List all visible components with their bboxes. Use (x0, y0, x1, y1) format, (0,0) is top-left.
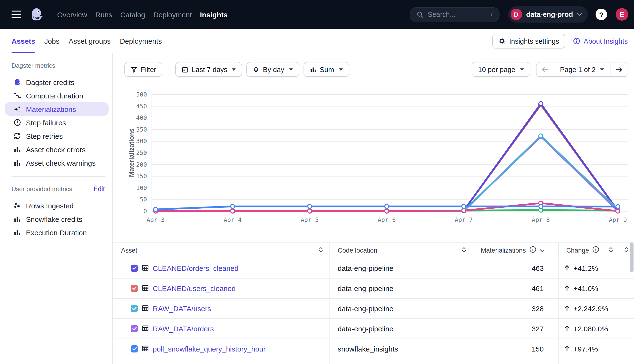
nav-item-catalog[interactable]: Catalog (120, 10, 145, 18)
change-value: +2,242.9% (574, 304, 608, 312)
change-cell (558, 359, 634, 364)
insights-settings-button[interactable]: Insights settings (492, 34, 565, 48)
change-cell: +2,242.9% (558, 299, 634, 318)
edit-metrics-link[interactable]: Edit (94, 185, 105, 192)
materializations-cell (473, 359, 558, 364)
code-location-cell: data-eng-pipeline (330, 299, 473, 318)
sidebar-item-dagster-credits[interactable]: Dagster credits (5, 76, 108, 89)
materializations-cell: 328 (473, 299, 558, 318)
series-checkbox[interactable] (131, 305, 138, 312)
column-header-materializations[interactable]: Materializations (473, 242, 558, 258)
svg-text:350: 350 (136, 126, 147, 133)
bar-chart-icon (14, 215, 21, 223)
series-checkbox[interactable] (131, 325, 138, 332)
per-page-button[interactable]: 10 per page (472, 62, 530, 77)
help-icon[interactable]: ? (596, 9, 607, 20)
nav-item-overview[interactable]: Overview (57, 10, 87, 18)
octopus-icon (14, 78, 21, 86)
up-arrow-icon (564, 304, 570, 313)
page-indicator-button[interactable]: Page 1 of 2 (554, 62, 610, 76)
chevron-down-icon (577, 13, 582, 16)
search-input[interactable]: Search... / (410, 7, 499, 22)
prev-page-button[interactable] (536, 62, 554, 76)
bar-chart-icon (14, 146, 21, 153)
tab-deployments[interactable]: Deployments (120, 29, 162, 53)
asset-link[interactable]: RAW_DATA/users (153, 304, 211, 312)
svg-text:150: 150 (136, 173, 147, 180)
svg-text:Apr 5: Apr 5 (301, 216, 319, 223)
aggregation-button[interactable]: Sum (304, 62, 349, 77)
sidebar-item-asset-check-errors[interactable]: Asset check errors (5, 142, 108, 156)
asset-link[interactable]: RAW_DATA/orders (153, 324, 214, 333)
sort-both-icon (462, 246, 466, 254)
about-insights-label: About Insights (584, 37, 628, 45)
sidebar-item-label: Execution Duration (26, 228, 87, 236)
asset-link[interactable]: CLEANED/orders_cleaned (153, 264, 238, 272)
bar-chart-icon (14, 228, 21, 236)
primary-nav: OverviewRunsCatalogDeploymentInsights (57, 0, 228, 29)
sidebar-item-rows-ingested[interactable]: Rows Ingested (5, 199, 108, 212)
next-page-button[interactable] (610, 62, 628, 76)
change-value: +41.2% (574, 264, 598, 272)
column-header-asset[interactable]: Asset (113, 242, 330, 258)
tab-asset-groups[interactable]: Asset groups (69, 29, 111, 53)
sidebar-item-label: Asset check errors (26, 145, 86, 154)
calendar-icon (182, 66, 188, 73)
deployment-badge: D (510, 9, 522, 20)
column-header-change[interactable]: Change (558, 242, 634, 258)
dagster-logo-icon[interactable] (29, 7, 44, 22)
change-cell: +2,080.0% (558, 319, 634, 338)
grid-icon (142, 344, 149, 353)
nav-item-deployment[interactable]: Deployment (154, 10, 192, 18)
materializations-cell: 150 (473, 339, 558, 359)
asset-link[interactable]: poll_snowflake_query_history_hour (153, 345, 266, 353)
metrics-sidebar: Dagster metricsDagster creditsCompute du… (0, 53, 113, 364)
series-checkbox[interactable] (131, 285, 138, 292)
code-location-cell: data-eng-pipeline (330, 258, 473, 278)
date-range-button[interactable]: Last 7 days (175, 62, 242, 77)
svg-text:0: 0 (143, 208, 147, 215)
column-header-code-location[interactable]: Code location (330, 242, 473, 258)
sidebar-item-step-failures[interactable]: Step failures (5, 116, 108, 129)
svg-text:450: 450 (136, 103, 147, 110)
chart-controls: Filter Last 7 days By day Sum 10 per pag… (124, 62, 628, 77)
divider (168, 63, 169, 76)
grouping-button[interactable]: By day (247, 62, 299, 77)
aggregation-label: Sum (320, 66, 334, 73)
check-icon (131, 345, 137, 353)
arrow-left-icon (541, 66, 549, 73)
sidebar-section-title: User provided metrics (12, 185, 72, 192)
sidebar-item-materializations[interactable]: Materializations (5, 102, 108, 116)
nav-item-insights[interactable]: Insights (200, 10, 228, 18)
code-location-cell (330, 359, 473, 364)
sidebar-item-compute-duration[interactable]: Compute duration (5, 89, 108, 102)
table-header: AssetCode locationMaterializationsChange (113, 242, 634, 258)
column-label: Asset (121, 246, 137, 254)
nav-item-runs[interactable]: Runs (95, 10, 112, 18)
tab-jobs[interactable]: Jobs (44, 29, 59, 53)
sidebar-item-snowflake-credits[interactable]: Snowflake credits (5, 212, 108, 226)
deployment-switcher[interactable]: D data-eng-prod (508, 6, 588, 22)
series-checkbox[interactable] (131, 264, 138, 272)
table-row: CLEANED/orders_cleaneddata-eng-pipeline4… (113, 258, 634, 278)
materializations-chart: 050100150200250300350400450500Apr 3Apr 4… (125, 90, 630, 230)
scrollbar[interactable] (630, 242, 634, 272)
sidebar-item-label: Rows Ingested (26, 202, 74, 210)
sidebar-item-label: Materializations (26, 105, 76, 113)
change-value: +97.4% (574, 345, 598, 353)
about-insights-link[interactable]: About Insights (573, 37, 628, 45)
caret-down-icon (232, 68, 236, 71)
sidebar-item-step-retries[interactable]: Step retries (5, 129, 108, 142)
change-cell: +41.0% (558, 278, 634, 298)
tab-assets[interactable]: Assets (12, 29, 35, 53)
sidebar-item-execution-duration[interactable]: Execution Duration (5, 226, 108, 239)
series-checkbox[interactable] (131, 345, 138, 352)
search-icon (416, 11, 424, 18)
per-page-label: 10 per page (478, 66, 515, 73)
sidebar-item-asset-check-warnings[interactable]: Asset check warnings (5, 156, 108, 170)
asset-link[interactable]: CLEANED/users_cleaned (153, 284, 236, 292)
caret-down-icon (338, 68, 343, 71)
avatar[interactable]: E (616, 8, 628, 21)
filter-button[interactable]: Filter (124, 62, 162, 77)
menu-icon[interactable] (12, 10, 21, 18)
